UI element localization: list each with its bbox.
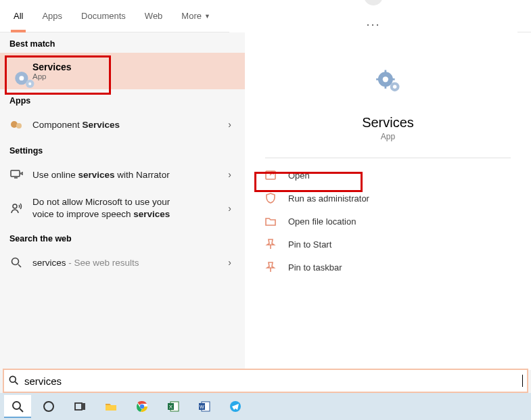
taskbar-excel[interactable]: X	[160, 395, 187, 418]
svg-rect-10	[384, 70, 386, 73]
taskbar-search-button[interactable]	[4, 395, 31, 418]
search-input[interactable]	[24, 375, 523, 387]
action-label: Run as administrator	[288, 193, 369, 204]
tab-all[interactable]: All	[14, 0, 23, 32]
svg-point-8	[12, 258, 19, 265]
svg-rect-11	[384, 86, 386, 89]
text-caret	[522, 375, 523, 387]
result-label: services - See web results	[32, 258, 139, 268]
result-narrator-services[interactable]: Use online services with Narrator ›	[0, 160, 245, 189]
taskbar-cortana-button[interactable]	[35, 395, 62, 418]
result-label: Use online services with Narrator	[32, 170, 170, 180]
svg-point-5	[16, 123, 22, 129]
svg-rect-6	[11, 170, 20, 177]
more-options-icon[interactable]: ···	[366, 18, 380, 32]
chevron-right-icon: ›	[228, 203, 235, 214]
person-speak-icon	[9, 202, 23, 215]
result-web-services[interactable]: services - See web results ›	[0, 248, 245, 277]
search-box[interactable]	[3, 369, 528, 393]
svg-point-18	[9, 376, 16, 382]
result-component-services[interactable]: Component Services ›	[0, 110, 245, 139]
tab-documents[interactable]: Documents	[81, 0, 126, 32]
action-label: Pin to taskbar	[288, 262, 342, 273]
group-search-web: Search the web	[0, 227, 245, 248]
chevron-right-icon: ›	[228, 169, 235, 180]
result-label: Do not allow Microsoft to use your voice…	[32, 196, 170, 220]
svg-point-20	[44, 402, 53, 411]
taskbar-file-explorer[interactable]	[97, 395, 124, 418]
detail-pane: Services App Open Run as administrator O	[245, 32, 531, 370]
taskbar-telegram[interactable]	[222, 395, 249, 418]
taskbar-chrome[interactable]	[129, 395, 156, 418]
detail-subtitle: App	[381, 132, 395, 141]
chevron-down-icon: ▼	[204, 13, 210, 20]
result-speech-services[interactable]: Do not allow Microsoft to use your voice…	[0, 189, 245, 227]
taskbar: X W	[0, 393, 531, 420]
svg-point-14	[382, 76, 388, 82]
group-settings: Settings	[0, 139, 245, 160]
search-icon	[8, 375, 19, 388]
svg-rect-21	[75, 403, 82, 410]
monitor-icon	[9, 168, 23, 181]
action-label: Open file location	[288, 216, 356, 227]
group-best-match: Best match	[0, 32, 245, 53]
tab-web[interactable]: Web	[145, 0, 163, 32]
taskbar-word[interactable]: W	[191, 395, 218, 418]
search-tabs: All Apps Documents Web More ▼ 9 ··· ✕	[0, 0, 531, 32]
svg-point-7	[13, 204, 17, 208]
tab-more-label: More	[181, 11, 202, 21]
result-label: Component Services	[32, 120, 120, 130]
component-services-icon	[9, 118, 23, 131]
action-pin-to-taskbar[interactable]: Pin to taskbar	[257, 256, 519, 279]
taskbar-task-view-button[interactable]	[66, 395, 93, 418]
action-label: Pin to Start	[288, 239, 331, 250]
divider	[265, 158, 511, 158]
folder-location-icon	[264, 215, 277, 227]
search-icon	[9, 256, 23, 269]
notification-badge[interactable]: 9	[364, 0, 383, 5]
pin-start-icon	[264, 238, 277, 250]
detail-title: Services	[362, 115, 414, 131]
pin-taskbar-icon	[264, 261, 277, 273]
action-open-file-location[interactable]: Open file location	[257, 210, 519, 233]
svg-rect-12	[376, 78, 379, 80]
tab-apps[interactable]: Apps	[42, 0, 62, 32]
svg-text:X: X	[169, 404, 173, 410]
svg-point-16	[392, 85, 396, 89]
shield-admin-icon	[264, 192, 277, 204]
action-pin-to-start[interactable]: Pin to Start	[257, 233, 519, 256]
annotation-highlight	[5, 55, 111, 95]
svg-text:W: W	[200, 404, 204, 409]
chevron-right-icon: ›	[228, 119, 235, 130]
annotation-highlight	[254, 172, 363, 192]
svg-point-19	[13, 402, 20, 409]
svg-rect-13	[392, 78, 394, 80]
chevron-right-icon: ›	[228, 257, 235, 268]
services-large-icon	[367, 60, 410, 103]
tab-more[interactable]: More ▼	[181, 0, 210, 32]
